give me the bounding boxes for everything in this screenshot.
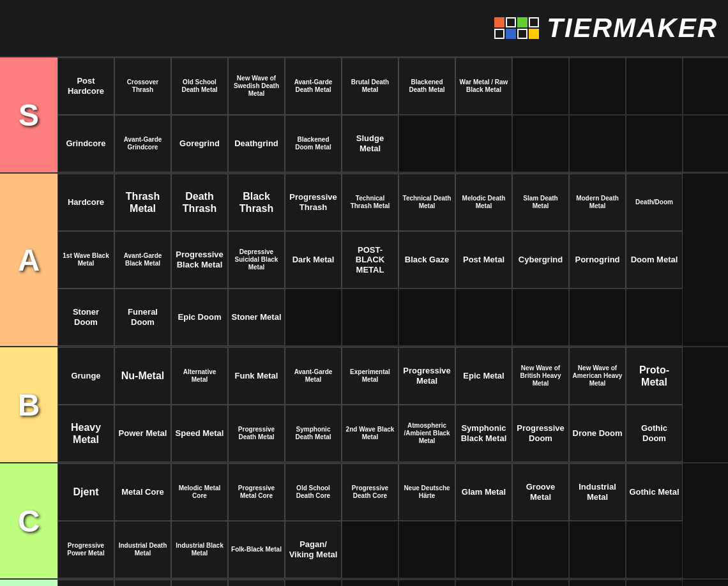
- genre-progressive-thrash[interactable]: Progressive Thrash: [285, 174, 342, 231]
- genre-2nd-wave-black[interactable]: 2nd Wave Black Metal: [342, 405, 398, 462]
- genre-groove-metal[interactable]: Groove Metal: [512, 463, 569, 521]
- genre-grunge[interactable]: Grunge: [57, 347, 114, 405]
- genre-neue-deutsche[interactable]: Neue Deutsche Härte: [398, 463, 455, 521]
- genre-post-hardcore[interactable]: Post Hardcore: [57, 57, 114, 115]
- genre-slam-death[interactable]: Slam Death Metal: [512, 174, 569, 231]
- genre-blackened-doom[interactable]: Blackened Doom Metal: [285, 115, 342, 172]
- genre-heavy-metal[interactable]: Heavy Metal: [57, 405, 114, 462]
- genre-glam-metal[interactable]: Glam Metal: [455, 463, 512, 521]
- genre-nu-metal[interactable]: Nu-Metal: [114, 347, 171, 405]
- genre-symphonic-metal[interactable]: Symphonic Metal: [228, 580, 285, 586]
- genre-crossover-thrash[interactable]: Crossover Thrash: [114, 57, 171, 115]
- genre-nwswdm[interactable]: New Wave of Swedish Death Metal: [228, 57, 285, 115]
- genre-cybergrind[interactable]: Cybergrind: [512, 231, 569, 289]
- genre-avant-garde-death-metal[interactable]: Avant-Garde Death Metal: [285, 57, 342, 115]
- genre-death-doom[interactable]: Death/Doom: [626, 174, 683, 231]
- genre-technical-death[interactable]: Technical Death Metal: [398, 174, 455, 231]
- genre-post-metal[interactable]: Post Metal: [455, 231, 512, 289]
- genre-metalcore[interactable]: Metal Core: [114, 463, 171, 521]
- genre-old-school-death-metal[interactable]: Old School Death Metal: [171, 57, 228, 115]
- tier-subrow-a-3: Stoner Doom Funeral Doom Epic Doom Stone…: [57, 289, 728, 346]
- tier-subrow-s-1: Post Hardcore Crossover Thrash Old Schoo…: [57, 57, 728, 115]
- genre-epic-doom[interactable]: Epic Doom: [171, 289, 228, 346]
- genre-modern-death[interactable]: Modern Death Metal: [569, 174, 626, 231]
- genre-proto-metal[interactable]: Proto-Metal: [626, 347, 683, 405]
- genre-stoner-doom[interactable]: Stoner Doom: [57, 289, 114, 346]
- genre-nwobhm[interactable]: New Wave of British Heavy Metal: [512, 347, 569, 405]
- tier-subrow-c-2: Progressive Power Metal Industrial Death…: [57, 521, 728, 578]
- genre-thrash-metal[interactable]: Thrash Metal: [114, 174, 171, 231]
- genre-dark-metal[interactable]: Dark Metal: [285, 231, 342, 289]
- genre-doom-metal[interactable]: Doom Metal: [626, 231, 683, 289]
- genre-war-metal[interactable]: War Metal / Raw Black Metal: [455, 57, 512, 115]
- empty-c2-8: [455, 521, 512, 578]
- genre-goregrind[interactable]: Goregrind: [171, 115, 228, 172]
- tier-content-b: Grunge Nu-Metal Alternative Metal Funk M…: [57, 347, 728, 462]
- genre-black-thrash[interactable]: Black Thrash: [228, 174, 285, 231]
- genre-symphonic-death[interactable]: Symphonic Death Metal: [285, 405, 342, 462]
- genre-neo-classical[interactable]: Neo-Classical Metal: [171, 580, 228, 586]
- genre-progressive-metalcore[interactable]: Progressive Metal Core: [228, 463, 285, 521]
- genre-nwoahm[interactable]: New Wave of American Heavy Metal: [569, 347, 626, 405]
- genre-1st-wave-black[interactable]: 1st Wave Black Metal: [57, 231, 114, 289]
- genre-brutal-death-metal[interactable]: Brutal Death Metal: [342, 57, 398, 115]
- genre-drone-doom[interactable]: Drone Doom: [569, 405, 626, 462]
- genre-post-black[interactable]: POST-BLACK METAL: [342, 231, 398, 289]
- empty-a3-9: [512, 289, 569, 346]
- genre-progressive-metal[interactable]: Progressive Metal: [398, 347, 455, 405]
- genre-deathgrind[interactable]: Deathgrind: [228, 115, 285, 172]
- genre-folk-black[interactable]: Folk-Black Metal: [228, 521, 285, 578]
- genre-modern-deathcore[interactable]: Modern Death Core: [57, 580, 114, 586]
- logo-cell-4: [529, 17, 539, 27]
- tier-row-s: S Post Hardcore Crossover Thrash Old Sch…: [0, 57, 728, 174]
- empty-c2-10: [569, 521, 626, 578]
- genre-depressive-suicidal[interactable]: Depressive Suicidal Black Metal: [228, 231, 285, 289]
- genre-alternative-metal[interactable]: Alternative Metal: [171, 347, 228, 405]
- genre-death-thrash[interactable]: Death Thrash: [171, 174, 228, 231]
- tier-row-b: B Grunge Nu-Metal Alternative Metal Funk…: [0, 347, 728, 463]
- genre-sludge-metal[interactable]: Sludge Metal: [342, 115, 398, 172]
- genre-hardcore[interactable]: Hardcore: [57, 174, 114, 231]
- genre-black-gaze[interactable]: Black Gaze: [398, 231, 455, 289]
- genre-speed-metal[interactable]: Speed Metal: [171, 405, 228, 462]
- genre-industrial-death[interactable]: Industrial Death Metal: [114, 521, 171, 578]
- genre-funk-metal[interactable]: Funk Metal: [228, 347, 285, 405]
- genre-symphonic-black[interactable]: Symphonic Black Metal: [455, 405, 512, 462]
- genre-progressive-power[interactable]: Progressive Power Metal: [57, 521, 114, 578]
- tier-label-c: C: [0, 463, 57, 578]
- genre-old-school-deathcore[interactable]: Old School Death Core: [285, 463, 342, 521]
- tier-list: S Post Hardcore Crossover Thrash Old Sch…: [0, 57, 728, 586]
- genre-djent[interactable]: Djent: [57, 463, 114, 521]
- genre-folk-metal[interactable]: Folk Metal: [114, 580, 171, 586]
- genre-progressive-doom[interactable]: Progressive Doom: [512, 405, 569, 462]
- logo-cell-5: [494, 29, 504, 39]
- genre-progressive-black[interactable]: Progressive Black Metal: [171, 231, 228, 289]
- genre-melodic-death[interactable]: Melodic Death Metal: [455, 174, 512, 231]
- genre-avant-garde-grindcore[interactable]: Avant-Garde Grindcore: [114, 115, 171, 172]
- logo-cell-1: [494, 17, 504, 27]
- genre-power-metal[interactable]: Power Metal: [114, 405, 171, 462]
- genre-funeral-doom[interactable]: Funeral Doom: [114, 289, 171, 346]
- genre-industrial-metal[interactable]: Industrial Metal: [569, 463, 626, 521]
- genre-blackened-death-metal[interactable]: Blackened Death Metal: [398, 57, 455, 115]
- genre-avant-garde-black[interactable]: Avant-Garde Black Metal: [114, 231, 171, 289]
- genre-epic-metal[interactable]: Epic Metal: [455, 347, 512, 405]
- tier-subrow-d-1: Modern Death Core Folk Metal Neo-Classic…: [57, 580, 728, 586]
- genre-industrial-black[interactable]: Industrial Black Metal: [171, 521, 228, 578]
- genre-gothic-metal[interactable]: Gothic Metal: [626, 463, 683, 521]
- empty-s2-9: [512, 115, 569, 172]
- genre-melodic-metalcore[interactable]: Melodic Metal Core: [171, 463, 228, 521]
- genre-progressive-death[interactable]: Progressive Death Metal: [228, 405, 285, 462]
- genre-progressive-deathcore[interactable]: Progressive Death Core: [342, 463, 398, 521]
- genre-avant-garde-metal[interactable]: Avant-Garde Metal: [285, 347, 342, 405]
- genre-experimental-metal[interactable]: Experimental Metal: [342, 347, 398, 405]
- genre-stoner-metal[interactable]: Stoner Metal: [228, 289, 285, 346]
- genre-technical-thrash[interactable]: Technical Thrash Metal: [342, 174, 398, 231]
- genre-gothic-doom[interactable]: Gothic Doom: [626, 405, 683, 462]
- genre-pornogrind[interactable]: Pornogrind: [569, 231, 626, 289]
- genre-atmospheric-black[interactable]: Atmospheric /Ambient Black Metal: [398, 405, 455, 462]
- logo-area: TiERMAKER: [494, 13, 718, 43]
- genre-grindcore[interactable]: Grindcore: [57, 115, 114, 172]
- genre-pagan-viking[interactable]: Pagan/ Viking Metal: [285, 521, 342, 578]
- logo-cell-2: [506, 17, 516, 27]
